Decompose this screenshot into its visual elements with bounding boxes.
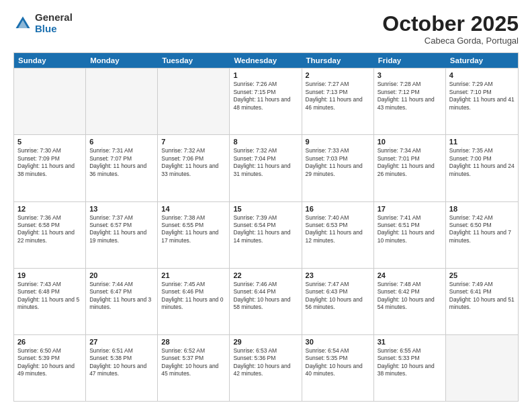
- day-number-21: 21: [161, 271, 226, 279]
- day-info-4: Sunrise: 7:29 AMSunset: 7:10 PMDaylight:…: [449, 81, 515, 111]
- day-number-27: 27: [89, 338, 154, 346]
- empty-cell-0-1: [86, 68, 158, 134]
- day-cell-27: 27Sunrise: 6:51 AMSunset: 5:38 PMDayligh…: [86, 335, 158, 401]
- day-cell-30: 30Sunrise: 6:54 AMSunset: 5:35 PMDayligh…: [302, 335, 374, 401]
- day-number-22: 22: [233, 271, 298, 279]
- header-thursday: Thursday: [302, 53, 374, 68]
- day-cell-17: 17Sunrise: 7:41 AMSunset: 6:51 PMDayligh…: [374, 202, 446, 268]
- logo: General Blue: [13, 12, 73, 34]
- header-tuesday: Tuesday: [158, 53, 230, 68]
- day-number-29: 29: [233, 338, 298, 346]
- header-monday: Monday: [86, 53, 158, 68]
- header-sunday: Sunday: [14, 53, 86, 68]
- day-cell-26: 26Sunrise: 6:50 AMSunset: 5:39 PMDayligh…: [14, 335, 86, 401]
- day-cell-22: 22Sunrise: 7:46 AMSunset: 6:44 PMDayligh…: [230, 269, 302, 334]
- day-info-22: Sunrise: 7:46 AMSunset: 6:44 PMDaylight:…: [233, 281, 298, 312]
- day-cell-21: 21Sunrise: 7:45 AMSunset: 6:46 PMDayligh…: [158, 269, 230, 334]
- day-number-28: 28: [161, 338, 226, 346]
- day-info-9: Sunrise: 7:33 AMSunset: 7:03 PMDaylight:…: [306, 147, 370, 178]
- day-number-8: 8: [233, 138, 298, 146]
- day-number-30: 30: [306, 338, 370, 346]
- day-number-16: 16: [306, 205, 370, 213]
- day-cell-28: 28Sunrise: 6:52 AMSunset: 5:37 PMDayligh…: [158, 335, 230, 401]
- header-saturday: Saturday: [446, 53, 518, 68]
- subtitle: Cabeca Gorda, Portugal: [382, 36, 519, 46]
- day-info-8: Sunrise: 7:32 AMSunset: 7:04 PMDaylight:…: [233, 147, 298, 178]
- day-number-31: 31: [378, 338, 442, 346]
- day-number-26: 26: [17, 338, 82, 346]
- logo-general: General: [35, 12, 73, 24]
- day-number-24: 24: [378, 271, 442, 279]
- day-cell-15: 15Sunrise: 7:39 AMSunset: 6:54 PMDayligh…: [230, 202, 302, 268]
- day-number-3: 3: [378, 71, 442, 79]
- day-info-12: Sunrise: 7:36 AMSunset: 6:58 PMDaylight:…: [17, 214, 82, 245]
- day-number-13: 13: [89, 205, 154, 213]
- day-info-31: Sunrise: 6:55 AMSunset: 5:33 PMDaylight:…: [378, 347, 442, 378]
- day-info-16: Sunrise: 7:40 AMSunset: 6:53 PMDaylight:…: [306, 214, 370, 245]
- day-number-19: 19: [17, 271, 82, 279]
- day-info-1: Sunrise: 7:26 AMSunset: 7:15 PMDaylight:…: [233, 81, 298, 111]
- day-cell-8: 8Sunrise: 7:32 AMSunset: 7:04 PMDaylight…: [230, 135, 302, 201]
- day-info-20: Sunrise: 7:44 AMSunset: 6:47 PMDaylight:…: [89, 281, 154, 312]
- day-cell-29: 29Sunrise: 6:53 AMSunset: 5:36 PMDayligh…: [230, 335, 302, 401]
- day-info-13: Sunrise: 7:37 AMSunset: 6:57 PMDaylight:…: [89, 214, 154, 245]
- calendar-header: Sunday Monday Tuesday Wednesday Thursday…: [14, 53, 518, 68]
- day-cell-12: 12Sunrise: 7:36 AMSunset: 6:58 PMDayligh…: [14, 202, 86, 268]
- empty-cell-4-6: [446, 335, 518, 401]
- header: General Blue October 2025 Cabeca Gorda, …: [13, 12, 519, 46]
- day-info-11: Sunrise: 7:35 AMSunset: 7:00 PMDaylight:…: [449, 147, 515, 178]
- day-number-25: 25: [449, 271, 515, 279]
- day-info-29: Sunrise: 6:53 AMSunset: 5:36 PMDaylight:…: [233, 347, 298, 378]
- day-number-11: 11: [449, 138, 515, 146]
- day-cell-4: 4Sunrise: 7:29 AMSunset: 7:10 PMDaylight…: [446, 68, 518, 134]
- day-info-6: Sunrise: 7:31 AMSunset: 7:07 PMDaylight:…: [89, 147, 154, 178]
- day-cell-9: 9Sunrise: 7:33 AMSunset: 7:03 PMDaylight…: [302, 135, 374, 201]
- day-info-24: Sunrise: 7:48 AMSunset: 6:42 PMDaylight:…: [378, 281, 442, 312]
- day-cell-25: 25Sunrise: 7:49 AMSunset: 6:41 PMDayligh…: [446, 269, 518, 334]
- page: General Blue October 2025 Cabeca Gorda, …: [0, 0, 532, 411]
- day-number-5: 5: [17, 138, 82, 146]
- day-info-7: Sunrise: 7:32 AMSunset: 7:06 PMDaylight:…: [161, 147, 226, 178]
- calendar-row-3: 12Sunrise: 7:36 AMSunset: 6:58 PMDayligh…: [14, 201, 518, 268]
- day-number-6: 6: [89, 138, 154, 146]
- header-wednesday: Wednesday: [230, 53, 302, 68]
- day-number-20: 20: [89, 271, 154, 279]
- day-number-18: 18: [449, 205, 515, 213]
- day-info-18: Sunrise: 7:42 AMSunset: 6:50 PMDaylight:…: [449, 214, 515, 245]
- calendar-row-4: 19Sunrise: 7:43 AMSunset: 6:48 PMDayligh…: [14, 268, 518, 334]
- logo-icon: [13, 14, 32, 33]
- day-number-15: 15: [233, 205, 298, 213]
- day-number-10: 10: [378, 138, 442, 146]
- day-info-21: Sunrise: 7:45 AMSunset: 6:46 PMDaylight:…: [161, 281, 226, 312]
- empty-cell-0-0: [14, 68, 86, 134]
- day-number-12: 12: [17, 205, 82, 213]
- day-cell-14: 14Sunrise: 7:38 AMSunset: 6:55 PMDayligh…: [158, 202, 230, 268]
- day-info-28: Sunrise: 6:52 AMSunset: 5:37 PMDaylight:…: [161, 347, 226, 378]
- day-number-4: 4: [449, 71, 515, 79]
- calendar-row-5: 26Sunrise: 6:50 AMSunset: 5:39 PMDayligh…: [14, 334, 518, 401]
- day-number-7: 7: [161, 138, 226, 146]
- logo-text: General Blue: [35, 12, 73, 34]
- day-cell-5: 5Sunrise: 7:30 AMSunset: 7:09 PMDaylight…: [14, 135, 86, 201]
- day-number-9: 9: [306, 138, 370, 146]
- day-cell-16: 16Sunrise: 7:40 AMSunset: 6:53 PMDayligh…: [302, 202, 374, 268]
- day-cell-19: 19Sunrise: 7:43 AMSunset: 6:48 PMDayligh…: [14, 269, 86, 334]
- header-friday: Friday: [374, 53, 446, 68]
- day-info-3: Sunrise: 7:28 AMSunset: 7:12 PMDaylight:…: [378, 81, 442, 111]
- day-number-1: 1: [233, 71, 298, 79]
- day-number-2: 2: [306, 71, 370, 79]
- month-title: October 2025: [382, 12, 519, 36]
- day-info-14: Sunrise: 7:38 AMSunset: 6:55 PMDaylight:…: [161, 214, 226, 245]
- day-info-10: Sunrise: 7:34 AMSunset: 7:01 PMDaylight:…: [378, 147, 442, 178]
- day-info-27: Sunrise: 6:51 AMSunset: 5:38 PMDaylight:…: [89, 347, 154, 378]
- day-cell-7: 7Sunrise: 7:32 AMSunset: 7:06 PMDaylight…: [158, 135, 230, 201]
- day-cell-1: 1Sunrise: 7:26 AMSunset: 7:15 PMDaylight…: [230, 68, 302, 134]
- day-cell-13: 13Sunrise: 7:37 AMSunset: 6:57 PMDayligh…: [86, 202, 158, 268]
- calendar-row-2: 5Sunrise: 7:30 AMSunset: 7:09 PMDaylight…: [14, 134, 518, 201]
- day-cell-24: 24Sunrise: 7:48 AMSunset: 6:42 PMDayligh…: [374, 269, 446, 334]
- day-info-23: Sunrise: 7:47 AMSunset: 6:43 PMDaylight:…: [306, 281, 370, 312]
- calendar-body: 1Sunrise: 7:26 AMSunset: 7:15 PMDaylight…: [14, 68, 518, 401]
- day-info-30: Sunrise: 6:54 AMSunset: 5:35 PMDaylight:…: [306, 347, 370, 378]
- day-number-17: 17: [378, 205, 442, 213]
- day-info-5: Sunrise: 7:30 AMSunset: 7:09 PMDaylight:…: [17, 147, 82, 178]
